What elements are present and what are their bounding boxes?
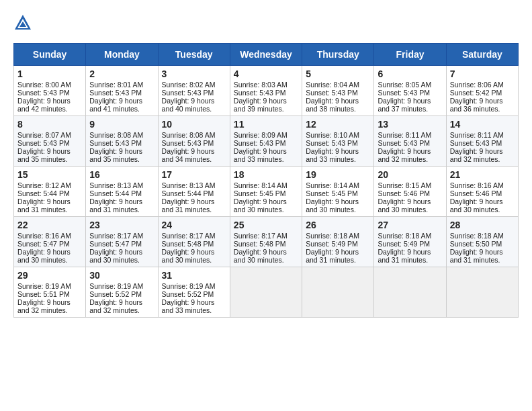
day-number: 7 [450,68,515,79]
col-thursday: Thursday [302,44,374,66]
table-row: 22Sunrise: 8:16 AMSunset: 5:47 PMDayligh… [14,217,86,267]
day-number: 12 [306,119,370,130]
col-sunday: Sunday [14,44,86,66]
table-row: 13Sunrise: 8:11 AMSunset: 5:43 PMDayligh… [374,116,446,167]
table-row: 11Sunrise: 8:09 AMSunset: 5:43 PMDayligh… [230,116,302,167]
table-row: 18Sunrise: 8:14 AMSunset: 5:45 PMDayligh… [230,167,302,217]
calendar-row: 22Sunrise: 8:16 AMSunset: 5:47 PMDayligh… [14,217,519,267]
col-monday: Monday [86,44,158,66]
day-number: 22 [17,220,82,230]
table-row: 2Sunrise: 8:01 AMSunset: 5:43 PMDaylight… [86,66,158,116]
table-row: 14Sunrise: 8:11 AMSunset: 5:43 PMDayligh… [446,116,518,167]
day-number: 11 [234,119,298,130]
day-number: 4 [234,68,298,79]
table-row: 1Sunrise: 8:00 AMSunset: 5:43 PMDaylight… [14,66,86,116]
table-row: 6Sunrise: 8:05 AMSunset: 5:43 PMDaylight… [374,66,446,116]
logo-icon [13,13,32,32]
day-number: 20 [378,169,442,180]
table-row: 23Sunrise: 8:17 AMSunset: 5:47 PMDayligh… [86,217,158,267]
table-row: 12Sunrise: 8:10 AMSunset: 5:43 PMDayligh… [302,116,374,167]
calendar-row: 15Sunrise: 8:12 AMSunset: 5:44 PMDayligh… [14,167,519,217]
table-row [302,267,374,318]
table-row [374,267,446,318]
table-row: 8Sunrise: 8:07 AMSunset: 5:43 PMDaylight… [14,116,86,167]
table-row: 31Sunrise: 8:19 AMSunset: 5:52 PMDayligh… [158,267,230,318]
table-row: 27Sunrise: 8:18 AMSunset: 5:49 PMDayligh… [374,217,446,267]
day-number: 28 [450,220,515,230]
calendar-row: 29Sunrise: 8:19 AMSunset: 5:51 PMDayligh… [14,267,519,318]
table-row: 21Sunrise: 8:16 AMSunset: 5:46 PMDayligh… [446,167,518,217]
day-number: 6 [378,68,442,79]
day-number: 17 [162,169,226,180]
day-number: 24 [162,220,226,230]
table-row: 16Sunrise: 8:13 AMSunset: 5:44 PMDayligh… [86,167,158,217]
day-number: 25 [234,220,298,230]
table-row: 29Sunrise: 8:19 AMSunset: 5:51 PMDayligh… [14,267,86,318]
table-row: 24Sunrise: 8:17 AMSunset: 5:48 PMDayligh… [158,217,230,267]
table-row: 25Sunrise: 8:17 AMSunset: 5:48 PMDayligh… [230,217,302,267]
table-row: 20Sunrise: 8:15 AMSunset: 5:46 PMDayligh… [374,167,446,217]
table-row: 3Sunrise: 8:02 AMSunset: 5:43 PMDaylight… [158,66,230,116]
calendar: Sunday Monday Tuesday Wednesday Thursday… [13,43,519,318]
col-saturday: Saturday [446,44,518,66]
day-number: 8 [17,119,82,130]
day-number: 10 [162,119,226,130]
table-row [230,267,302,318]
table-row: 17Sunrise: 8:13 AMSunset: 5:44 PMDayligh… [158,167,230,217]
day-number: 27 [378,220,442,230]
day-number: 18 [234,169,298,180]
calendar-header-row: Sunday Monday Tuesday Wednesday Thursday… [14,44,519,66]
table-row [446,267,518,318]
table-row: 5Sunrise: 8:04 AMSunset: 5:43 PMDaylight… [302,66,374,116]
col-friday: Friday [374,44,446,66]
calendar-row: 1Sunrise: 8:00 AMSunset: 5:43 PMDaylight… [14,66,519,116]
day-number: 14 [450,119,515,130]
day-number: 1 [17,68,82,79]
day-number: 5 [306,68,370,79]
day-number: 23 [89,220,154,230]
col-wednesday: Wednesday [230,44,302,66]
day-number: 16 [89,169,154,180]
day-number: 3 [162,68,226,79]
day-number: 21 [450,169,515,180]
page-header [13,13,519,32]
table-row: 10Sunrise: 8:08 AMSunset: 5:43 PMDayligh… [158,116,230,167]
table-row: 15Sunrise: 8:12 AMSunset: 5:44 PMDayligh… [14,167,86,217]
day-number: 19 [306,169,370,180]
table-row: 7Sunrise: 8:06 AMSunset: 5:42 PMDaylight… [446,66,518,116]
day-number: 31 [162,270,226,281]
day-number: 30 [89,270,154,281]
table-row: 28Sunrise: 8:18 AMSunset: 5:50 PMDayligh… [446,217,518,267]
table-row: 26Sunrise: 8:18 AMSunset: 5:49 PMDayligh… [302,217,374,267]
table-row: 4Sunrise: 8:03 AMSunset: 5:43 PMDaylight… [230,66,302,116]
day-number: 29 [17,270,82,281]
logo [13,13,35,32]
table-row: 9Sunrise: 8:08 AMSunset: 5:43 PMDaylight… [86,116,158,167]
day-number: 13 [378,119,442,130]
day-number: 26 [306,220,370,230]
table-row: 19Sunrise: 8:14 AMSunset: 5:45 PMDayligh… [302,167,374,217]
day-number: 15 [17,169,82,180]
table-row: 30Sunrise: 8:19 AMSunset: 5:52 PMDayligh… [86,267,158,318]
day-number: 9 [89,119,154,130]
day-number: 2 [89,68,154,79]
col-tuesday: Tuesday [158,44,230,66]
calendar-row: 8Sunrise: 8:07 AMSunset: 5:43 PMDaylight… [14,116,519,167]
